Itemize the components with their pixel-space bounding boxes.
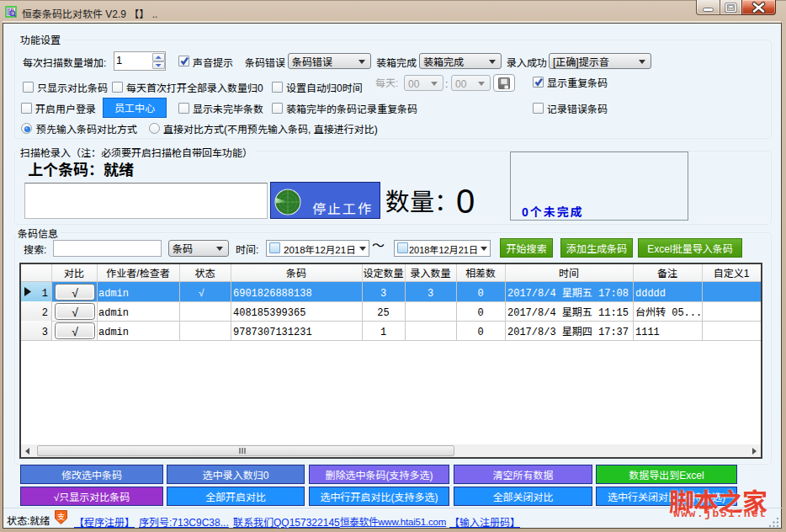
svg-text:支: 支 — [57, 511, 65, 522]
